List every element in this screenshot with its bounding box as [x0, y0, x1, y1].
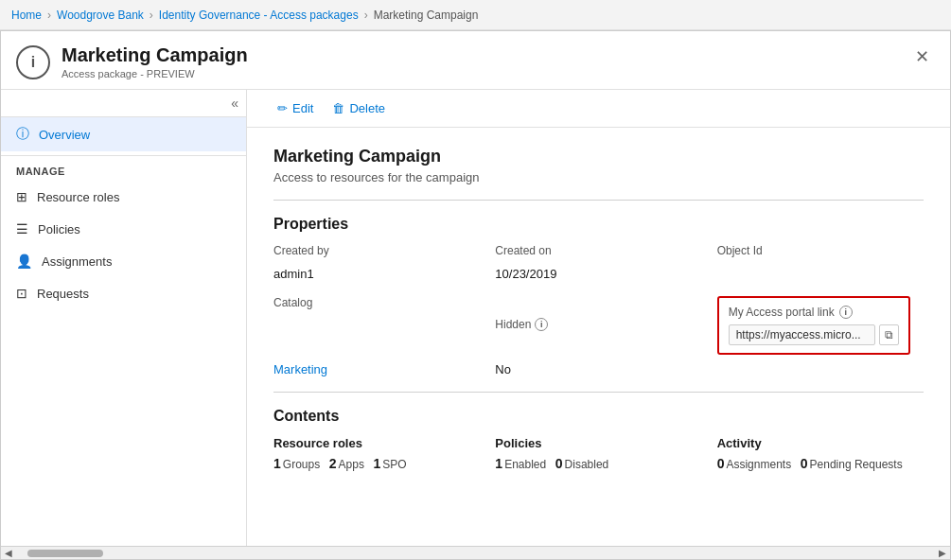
object-id-value	[717, 267, 924, 281]
overview-icon: ⓘ	[16, 126, 29, 143]
properties-labels-row: Created by Created on Object Id	[273, 244, 924, 259]
delete-button[interactable]: 🗑 Delete	[325, 97, 393, 119]
breadcrumb-identity-governance[interactable]: Identity Governance - Access packages	[159, 9, 359, 22]
scroll-right-arrow[interactable]: ▶	[935, 547, 950, 560]
header-left: i Marketing Campaign Access package - PR…	[16, 44, 248, 79]
sidebar-item-requests[interactable]: ⊡ Requests	[1, 277, 246, 309]
content-inner: Marketing Campaign Access to resources f…	[247, 128, 950, 490]
page-header: i Marketing Campaign Access package - PR…	[1, 31, 950, 90]
breadcrumb-sep-3: ›	[364, 9, 368, 22]
assignments-icon: 👤	[16, 254, 32, 269]
disabled-count: 0	[555, 456, 563, 471]
rr-col-value: 1Groups 2Apps 1SPO	[273, 456, 480, 471]
access-link-box: My Access portal link i ⧉	[717, 296, 910, 355]
breadcrumb-sep-1: ›	[47, 9, 51, 22]
sidebar-collapse-button[interactable]: «	[231, 96, 238, 111]
edit-button[interactable]: ✏ Edit	[270, 97, 321, 119]
pol-col-label: Policies	[495, 436, 701, 450]
groups-label: Groups	[283, 458, 320, 471]
scroll-left-arrow[interactable]: ◀	[1, 547, 16, 560]
access-portal-label: My Access portal link	[729, 306, 835, 319]
created-on-label: Created on	[495, 244, 701, 257]
contents-grid: Resource roles 1Groups 2Apps 1SPO Polici…	[273, 436, 924, 471]
requests-label: Requests	[37, 287, 89, 301]
access-portal-col: My Access portal link i ⧉	[717, 296, 924, 355]
properties-values-row: admin1 10/23/2019	[273, 267, 924, 281]
divider-2	[273, 392, 924, 393]
divider-1	[273, 200, 924, 201]
resource-roles-col: Resource roles 1Groups 2Apps 1SPO	[273, 436, 480, 471]
spo-count: 1	[374, 456, 381, 471]
sidebar-section-manage: Manage	[1, 155, 246, 181]
act-col-value: 0Assignments 0Pending Requests	[717, 456, 924, 471]
header-text: Marketing Campaign Access package - PREV…	[62, 44, 248, 79]
sidebar-item-policies[interactable]: ☰ Policies	[1, 213, 246, 245]
bottom-scrollbar[interactable]: ◀ ▶	[1, 546, 950, 559]
breadcrumb-home[interactable]: Home	[11, 9, 42, 22]
policies-label: Policies	[38, 222, 80, 236]
resource-roles-label: Resource roles	[37, 190, 119, 204]
requests-icon: ⊡	[16, 286, 27, 301]
copy-link-button[interactable]: ⧉	[879, 324, 899, 345]
sidebar-item-resource-roles[interactable]: ⊞ Resource roles	[1, 181, 246, 213]
page-title: Marketing Campaign	[62, 44, 248, 66]
access-link-header: My Access portal link i	[729, 306, 899, 319]
sidebar-collapse-area: «	[1, 90, 246, 117]
assignments-label: Assignments	[42, 254, 112, 269]
breadcrumb-sep-2: ›	[150, 9, 153, 22]
act-col-label: Activity	[717, 436, 924, 450]
pol-col-value: 1Enabled 0Disabled	[495, 456, 701, 471]
edit-icon: ✏	[277, 101, 288, 115]
access-portal-info-icon: i	[839, 306, 853, 319]
created-on-value: 10/23/2019	[495, 267, 701, 281]
apps-count: 2	[329, 456, 337, 471]
access-link-input-row: ⧉	[729, 324, 899, 345]
access-portal-url-input[interactable]	[729, 324, 875, 345]
sidebar-item-overview[interactable]: ⓘ Overview	[1, 117, 246, 151]
toolbar: ✏ Edit 🗑 Delete	[247, 90, 950, 128]
content-title: Marketing Campaign	[273, 147, 924, 166]
groups-count: 1	[273, 456, 281, 471]
act-assignments-label: Assignments	[726, 458, 791, 471]
sidebar: « ⓘ Overview Manage ⊞ Resource roles ☰ P…	[1, 90, 247, 546]
main-container: i Marketing Campaign Access package - PR…	[0, 30, 951, 560]
body-area: « ⓘ Overview Manage ⊞ Resource roles ☰ P…	[1, 90, 950, 546]
hidden-info-icon: i	[535, 318, 548, 331]
hidden-label: Hidden	[495, 318, 531, 331]
content-subtitle: Access to resources for the campaign	[273, 170, 924, 184]
content-area: ✏ Edit 🗑 Delete Marketing Campaign Acces…	[247, 90, 950, 546]
delete-label: Delete	[349, 101, 385, 115]
activity-col: Activity 0Assignments 0Pending Requests	[717, 436, 924, 471]
breadcrumb-current: Marketing Campaign	[374, 9, 479, 22]
policies-col: Policies 1Enabled 0Disabled	[495, 436, 701, 471]
contents-heading: Contents	[273, 408, 924, 425]
overview-label: Overview	[39, 128, 90, 142]
resource-roles-icon: ⊞	[16, 189, 27, 204]
close-button[interactable]: ✕	[909, 44, 935, 69]
catalog-label: Catalog	[273, 296, 480, 353]
sidebar-item-assignments[interactable]: 👤 Assignments	[1, 245, 246, 277]
rr-col-label: Resource roles	[273, 436, 480, 450]
pending-label: Pending Requests	[810, 458, 903, 471]
delete-icon: 🗑	[332, 101, 344, 115]
policies-icon: ☰	[16, 221, 28, 236]
disabled-label: Disabled	[565, 458, 609, 471]
scroll-thumb[interactable]	[27, 550, 103, 557]
object-id-label: Object Id	[717, 244, 924, 257]
created-by-label: Created by	[273, 244, 480, 257]
enabled-count: 1	[495, 456, 502, 471]
hidden-value: No	[495, 362, 701, 376]
catalog-value[interactable]: Marketing	[273, 362, 480, 376]
properties-heading: Properties	[273, 216, 924, 233]
header-icon: i	[16, 45, 50, 79]
enabled-label: Enabled	[504, 458, 546, 471]
act-assignments-count: 0	[717, 456, 725, 471]
properties-labels-row2: Catalog Hidden i My Access portal link i	[273, 296, 924, 355]
properties-values-row2: Marketing No	[273, 362, 924, 376]
spacer-col	[717, 362, 924, 376]
breadcrumb-bar: Home › Woodgrove Bank › Identity Governa…	[0, 0, 951, 30]
spo-label: SPO	[382, 458, 406, 471]
pending-count: 0	[801, 456, 808, 471]
page-subtitle: Access package - PREVIEW	[62, 68, 248, 79]
breadcrumb-woodgrove[interactable]: Woodgrove Bank	[57, 9, 144, 22]
